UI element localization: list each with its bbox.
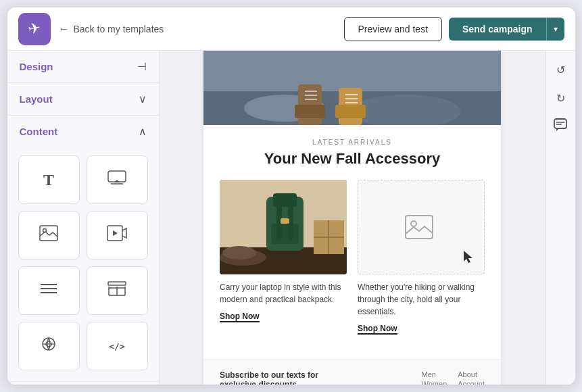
layout-header[interactable]: Layout ∨ — [7, 83, 159, 115]
comment-button[interactable] — [550, 116, 571, 137]
footer-subscribe-text: Subscribe to our texts for exclusive dis… — [220, 370, 355, 385]
canvas-area: LATEST ARRIVALS Your New Fall Accessory — [160, 51, 545, 385]
content-header[interactable]: Content ∧ — [7, 116, 159, 147]
footer-links: Men Women About Account — [422, 370, 485, 385]
right-panel: LATEST ARRIVALS Your New Fall Accessory — [160, 51, 575, 385]
comment-icon — [554, 118, 567, 134]
divider-icon — [39, 282, 58, 299]
sidebar: Design ⊣ Layout ∨ Content ∧ T — [7, 51, 160, 385]
footer-link-men[interactable]: Men — [422, 370, 447, 378]
logo: ✈ — [18, 13, 51, 45]
footer-links-col-2: About Account — [458, 370, 485, 385]
button-icon — [107, 170, 126, 189]
columns-icon — [107, 281, 126, 300]
svg-rect-23 — [295, 105, 325, 118]
product-right-placeholder — [358, 180, 485, 274]
text-icon: T — [43, 171, 54, 189]
product-left-desc: Carry your laptop in style with this mod… — [220, 281, 347, 305]
product-right: Whether you're hiking or walking through… — [358, 180, 485, 335]
design-label: Design — [20, 61, 53, 72]
content-grid: T — [7, 147, 159, 381]
product-left-shop-link[interactable]: Shop Now — [220, 312, 260, 322]
svg-rect-49 — [554, 119, 566, 128]
svg-point-42 — [222, 246, 256, 260]
email-preview: LATEST ARRIVALS Your New Fall Accessory — [203, 51, 501, 385]
svg-marker-48 — [464, 251, 472, 263]
svg-rect-36 — [273, 193, 297, 207]
undo-button[interactable]: ↺ — [550, 59, 571, 80]
layout-section: Layout ∨ — [7, 83, 159, 116]
footer-link-account[interactable]: Account — [458, 380, 485, 385]
right-toolbar: ↺ ↻ — [545, 51, 575, 385]
product-right-desc: Whether you're hiking or walking through… — [358, 281, 485, 318]
design-header[interactable]: Design ⊣ — [7, 51, 159, 82]
app-window: ✈ ← Back to my templates Preview and tes… — [7, 7, 575, 385]
button-block[interactable] — [87, 155, 148, 204]
svg-rect-46 — [406, 216, 433, 239]
footer-links-col-1: Men Women — [422, 370, 447, 385]
product-row: Carry your laptop in style with this mod… — [220, 180, 485, 335]
social-block[interactable] — [18, 322, 80, 370]
html-icon: </> — [109, 341, 124, 351]
social-icon — [39, 337, 58, 356]
product-left: Carry your laptop in style with this mod… — [220, 180, 347, 335]
image-icon — [39, 225, 58, 245]
video-icon — [107, 225, 127, 245]
email-hero-image — [203, 51, 501, 125]
redo-button[interactable]: ↻ — [550, 87, 571, 109]
logo-icon: ✈ — [26, 19, 41, 39]
product-left-image — [220, 180, 347, 274]
email-title: Your New Fall Accessory — [220, 150, 485, 168]
design-icon: ⊣ — [137, 60, 147, 73]
design-section: Design ⊣ — [7, 51, 159, 83]
svg-rect-39 — [271, 224, 299, 244]
back-label: Back to my templates — [74, 24, 164, 34]
product-right-shop-link[interactable]: Shop Now — [358, 324, 397, 335]
content-section: Content ∧ T — [7, 116, 159, 382]
back-link[interactable]: ← Back to my templates — [59, 23, 336, 35]
image-block[interactable] — [18, 211, 80, 260]
back-arrow-icon: ← — [59, 23, 70, 35]
layout-chevron-icon: ∨ — [139, 93, 147, 105]
columns-block[interactable] — [87, 266, 148, 315]
send-campaign-button[interactable]: Send campaign — [449, 18, 545, 41]
header: ✈ ← Back to my templates Preview and tes… — [7, 7, 575, 51]
footer-link-about[interactable]: About — [458, 370, 485, 378]
main-area: Design ⊣ Layout ∨ Content ∧ T — [7, 51, 575, 385]
video-block[interactable] — [87, 211, 148, 260]
footer-link-women[interactable]: Women — [422, 380, 447, 385]
email-footer: Subscribe to our texts for exclusive dis… — [203, 359, 501, 385]
email-subtitle: LATEST ARRIVALS — [220, 139, 485, 146]
html-block[interactable]: </> — [87, 322, 148, 370]
undo-icon: ↺ — [556, 64, 565, 76]
preview-button[interactable]: Preview and test — [344, 17, 443, 41]
content-label: Content — [20, 126, 58, 137]
content-chevron-icon: ∧ — [139, 125, 147, 138]
svg-rect-25 — [335, 105, 366, 118]
svg-rect-40 — [281, 218, 289, 224]
svg-marker-5 — [113, 230, 118, 236]
email-body: LATEST ARRIVALS Your New Fall Accessory — [203, 125, 501, 359]
text-block[interactable]: T — [18, 155, 80, 204]
svg-point-47 — [411, 221, 416, 226]
send-campaign-group: Send campaign ▾ — [449, 18, 564, 41]
layout-label: Layout — [20, 93, 53, 105]
redo-icon: ↻ — [556, 92, 565, 105]
svg-rect-9 — [108, 282, 126, 285]
send-dropdown-button[interactable]: ▾ — [546, 18, 564, 41]
svg-rect-2 — [40, 226, 57, 241]
divider-block[interactable] — [18, 266, 80, 315]
header-actions: Preview and test Send campaign ▾ — [344, 17, 564, 41]
